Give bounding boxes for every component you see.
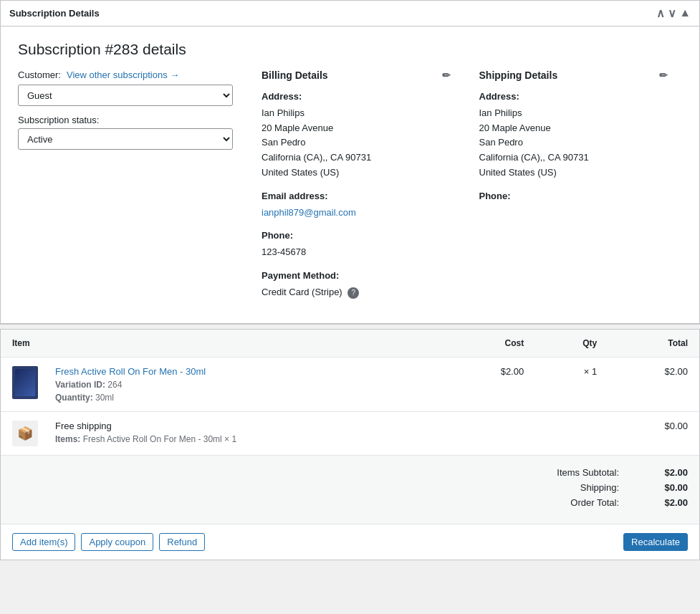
billing-title: Billing Details [262, 69, 328, 81]
panel-header: Subscription Details ∧ ∨ ▲ [1, 1, 699, 27]
variation-id-label: Variation ID: [55, 380, 105, 390]
product-image-inner [15, 369, 35, 396]
billing-address-block: Address: Ian Philips 20 Maple Avenue San… [262, 90, 451, 181]
shipping-state-zip: California (CA),, CA 90731 [479, 152, 589, 163]
billing-phone-label: Phone: [262, 229, 451, 244]
billing-title-row: Billing Details ✏ [262, 69, 451, 81]
product-name-link[interactable]: Fresh Active Roll On For Men - 30ml [55, 366, 206, 377]
product-variation: Variation ID: 264 [55, 380, 433, 390]
shipping-qty-empty [535, 411, 608, 455]
variation-id-value: 264 [107, 380, 122, 390]
shipping-phone-label: Phone: [479, 189, 668, 204]
billing-edit-icon[interactable]: ✏ [442, 69, 451, 81]
table-row: 📦 Free shipping Items: Fresh Active Roll… [1, 411, 699, 455]
product-image-cell [1, 357, 44, 411]
expand-icon[interactable]: ∨ [668, 6, 676, 20]
refund-button[interactable]: Refund [159, 533, 205, 551]
shipping-title: Shipping Details [479, 69, 558, 81]
shipping-image-cell: 📦 [1, 411, 44, 455]
billing-city: San Pedro [262, 137, 305, 148]
shipping-total-row: Shipping: $0.00 [12, 482, 688, 493]
col-cost: Cost [445, 330, 536, 358]
billing-section: Billing Details ✏ Address: Ian Philips 2… [247, 69, 465, 309]
status-field-group: Subscription status: Active [18, 115, 233, 150]
shipping-address-label: Address: [479, 90, 668, 105]
shipping-country: United States (US) [479, 167, 557, 178]
shipping-items-label: Items: [55, 434, 80, 444]
customer-label-text: Customer: [18, 69, 61, 80]
billing-phone-block: Phone: 123-45678 [262, 229, 451, 260]
billing-payment-label: Payment Method: [262, 269, 451, 284]
quantity-value: 30ml [95, 393, 114, 403]
shipping-total-cell: $0.00 [608, 411, 699, 455]
col-total: Total [608, 330, 699, 358]
table-row: Fresh Active Roll On For Men - 30ml Vari… [1, 357, 699, 411]
shipping-city: San Pedro [479, 137, 523, 148]
billing-phone: 123-45678 [262, 246, 306, 257]
billing-payment: Credit Card (Stripe) [262, 287, 342, 297]
section-divider [0, 324, 700, 330]
add-items-button[interactable]: Add item(s) [12, 533, 75, 551]
customer-section: Customer: View other subscriptions → Gue… [18, 69, 247, 309]
billing-state-zip: California (CA),, CA 90731 [262, 152, 371, 163]
items-section: Item Cost Qty Total Fresh Active Roll On… [0, 330, 700, 560]
apply-coupon-button[interactable]: Apply coupon [81, 533, 153, 551]
shipping-cost-empty [445, 411, 536, 455]
view-subscriptions-link[interactable]: View other subscriptions → [67, 69, 179, 80]
subtotal-label: Items Subtotal: [530, 467, 631, 478]
customer-select-wrapper: Guest [18, 85, 233, 106]
table-header-row: Item Cost Qty Total [1, 330, 699, 358]
billing-country: United States (US) [262, 167, 339, 178]
subscription-top: Customer: View other subscriptions → Gue… [18, 69, 682, 309]
billing-address-label: Address: [262, 90, 451, 105]
footer-actions: Add item(s) Apply coupon Refund Recalcul… [1, 524, 699, 560]
customer-field-group: Customer: View other subscriptions → Gue… [18, 69, 233, 106]
items-table: Item Cost Qty Total Fresh Active Roll On… [1, 330, 699, 456]
col-item: Item [1, 330, 445, 358]
recalculate-button[interactable]: Recalculate [623, 533, 688, 551]
billing-street: 20 Maple Avenue [262, 123, 333, 133]
collapse-icon[interactable]: ∧ [656, 6, 665, 20]
shipping-address-block: Address: Ian Philips 20 Maple Avenue San… [479, 90, 668, 181]
more-icon[interactable]: ▲ [679, 6, 691, 20]
shipping-icon: 📦 [12, 421, 38, 446]
customer-select[interactable]: Guest [18, 85, 233, 106]
billing-email-block: Email address: ianphil879@gmail.com [262, 189, 451, 221]
order-total-label: Order Total: [530, 497, 631, 508]
col-qty: Qty [535, 330, 608, 358]
shipping-name: Ian Philips [479, 107, 522, 118]
billing-email-label: Email address: [262, 189, 451, 204]
subtotal-row: Items Subtotal: $2.00 [12, 467, 688, 478]
shipping-items-value: Fresh Active Roll On For Men - 30ml × 1 [83, 434, 236, 444]
subtotal-value: $2.00 [631, 467, 688, 478]
panel-body: Subscription #283 details Customer: View… [1, 27, 699, 323]
panel-controls: ∧ ∨ ▲ [656, 6, 691, 20]
billing-payment-block: Payment Method: Credit Card (Stripe) ? [262, 269, 451, 300]
product-quantity: Quantity: 30ml [55, 393, 433, 403]
status-label: Subscription status: [18, 115, 233, 125]
shipping-total-value: $0.00 [631, 482, 688, 493]
left-actions: Add item(s) Apply coupon Refund [12, 533, 205, 551]
subscription-details-panel: Subscription Details ∧ ∨ ▲ Subscription … [0, 0, 700, 324]
shipping-edit-icon[interactable]: ✏ [659, 69, 668, 81]
totals-section: Items Subtotal: $2.00 Shipping: $0.00 Or… [1, 456, 699, 524]
product-total-cell: $2.00 [608, 357, 699, 411]
shipping-items: Items: Fresh Active Roll On For Men - 30… [55, 434, 433, 444]
shipping-method: Free shipping [55, 421, 433, 431]
page-title: Subscription #283 details [18, 41, 682, 58]
customer-label-row: Customer: View other subscriptions → [18, 69, 233, 80]
product-cost-cell: $2.00 [445, 357, 536, 411]
shipping-phone-block: Phone: [479, 189, 668, 204]
panel-title: Subscription Details [9, 8, 100, 19]
product-image [12, 366, 38, 399]
product-info-cell: Fresh Active Roll On For Men - 30ml Vari… [44, 357, 445, 411]
order-total-value: $2.00 [631, 497, 688, 508]
billing-email-link[interactable]: ianphil879@gmail.com [262, 207, 356, 218]
product-qty-cell: × 1 [535, 357, 608, 411]
shipping-street: 20 Maple Avenue [479, 123, 551, 133]
status-select[interactable]: Active [18, 128, 233, 150]
payment-help-icon[interactable]: ? [347, 287, 359, 299]
order-total-row: Order Total: $2.00 [12, 497, 688, 508]
quantity-label: Quantity: [55, 393, 93, 403]
billing-name: Ian Philips [262, 107, 305, 118]
